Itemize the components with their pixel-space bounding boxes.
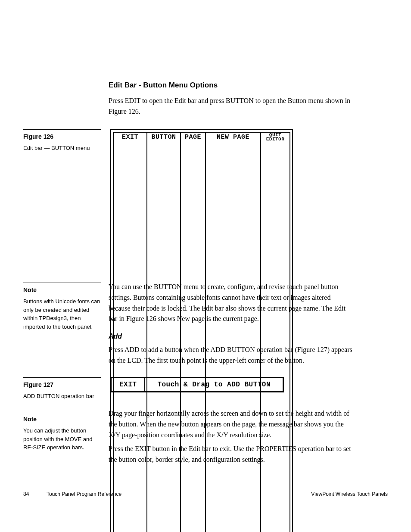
para-after-fig127-a: Drag your finger horizontally across the…	[109, 408, 352, 440]
menu-new-page: NEW PAGE	[205, 132, 261, 532]
figure-127-diagram: EXIT Touch & Drag to ADD BUTTON	[110, 377, 284, 392]
note-2-body: You can adjust the button position with …	[23, 426, 101, 452]
figure-127-caption: ADD BUTTON operation bar	[23, 392, 101, 401]
figure-126-caption: Edit bar — BUTTON menu	[23, 144, 101, 152]
note-1-title: Note	[23, 286, 101, 295]
footer-reference: Touch Panel Program Reference	[47, 491, 121, 497]
intro-paragraph: Press EDIT to open the Edit bar and pres…	[109, 96, 352, 117]
para-after-fig127-b: Press the EXIT button in the Edit bar to…	[109, 444, 352, 465]
op-bar-exit: EXIT	[111, 377, 145, 392]
figure-127-label: Figure 127 ADD BUTTON operation bar	[23, 377, 101, 401]
figure-127-title: Figure 127	[23, 380, 101, 389]
menu-page: PAGE	[180, 132, 206, 532]
figure-126-label: Figure 126 Edit bar — BUTTON menu	[23, 129, 101, 152]
menu-exit: EXIT	[113, 132, 147, 532]
add-subheading: Add	[109, 333, 122, 340]
footer-product: ViewPoint Wireless Touch Panels	[311, 491, 388, 497]
add-paragraph: Press ADD to add a button when the ADD B…	[109, 345, 352, 366]
note-1: Note Buttons with Unicode fonts can only…	[23, 283, 101, 331]
note-1-body: Buttons with Unicode fonts can only be c…	[23, 297, 101, 331]
section-heading: Edit Bar - Button Menu Options	[109, 81, 218, 90]
para-after-fig126: You can use the BUTTON menu to create, c…	[109, 282, 352, 324]
page-number: 84	[23, 491, 29, 497]
menu-quit-editor: QUIT EDITOR	[260, 132, 290, 532]
note-2-title: Note	[23, 415, 101, 424]
op-bar-message: Touch & Drag to ADD BUTTON	[144, 377, 283, 392]
note-2: Note You can adjust the button position …	[23, 412, 101, 452]
menu-button: BUTTON	[146, 132, 181, 532]
figure-126-diagram: EXIT BUTTON PAGE NEW PAGE QUIT EDITOR AD…	[110, 129, 293, 532]
figure-126-title: Figure 126	[23, 132, 101, 141]
